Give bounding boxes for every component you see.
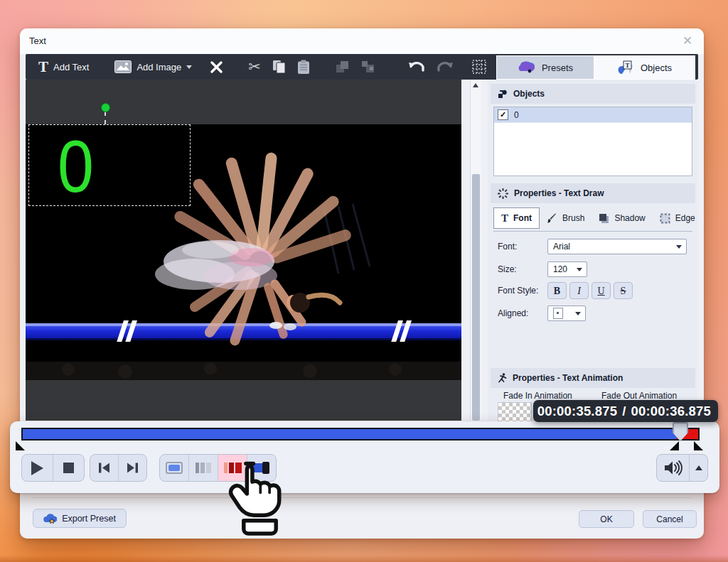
skip-end-button[interactable] — [119, 455, 146, 481]
divider — [493, 231, 692, 232]
align-center-icon — [553, 308, 563, 319]
gray-bars-icon — [196, 463, 211, 473]
rotation-handle[interactable] — [101, 103, 110, 112]
add-text-button[interactable]: T Add Text — [33, 56, 95, 77]
font-select[interactable]: Arial — [547, 239, 687, 254]
fade-out-label: Fade Out Animation — [601, 391, 677, 401]
skip-end-icon — [127, 463, 139, 473]
chevron-up-icon — [695, 465, 702, 470]
paste-icon — [297, 60, 310, 75]
preview-canvas[interactable]: 0 — [26, 80, 461, 421]
undo-button[interactable] — [402, 56, 431, 77]
scroll-up-icon[interactable] — [473, 83, 478, 87]
rotation-connector — [105, 112, 106, 124]
play-button[interactable] — [22, 455, 53, 481]
object-checkbox[interactable]: ✓ — [498, 109, 508, 120]
add-image-button[interactable]: Add Image — [109, 56, 198, 77]
size-select[interactable]: 120 — [547, 261, 587, 277]
toolbar: T Add Text Add Image ✂ — [26, 54, 698, 80]
bold-button[interactable]: B — [547, 282, 567, 299]
tab-font-label: Font — [513, 213, 532, 223]
grid-toggle-button[interactable] — [466, 56, 492, 77]
scrollbar-thumb[interactable] — [472, 174, 480, 421]
underline-button[interactable]: U — [592, 282, 611, 299]
tab-shadow-label: Shadow — [614, 213, 645, 223]
strikethrough-button[interactable]: S — [614, 282, 633, 299]
time-display: 00:00:35.875 / 00:00:36.875 — [533, 400, 718, 422]
cut-button[interactable]: ✂ — [242, 56, 267, 77]
volume-button[interactable] — [657, 455, 690, 481]
tab-brush[interactable]: Brush — [540, 207, 592, 229]
gray-bars-button[interactable] — [189, 455, 218, 481]
marker-end[interactable] — [694, 441, 703, 450]
export-preset-button[interactable]: Export Preset — [33, 509, 127, 528]
ok-button[interactable]: OK — [579, 510, 634, 528]
paste-button[interactable] — [291, 56, 316, 77]
delete-object-button[interactable] — [205, 56, 228, 77]
svg-text:T: T — [625, 62, 629, 69]
tab-font[interactable]: T Font — [493, 207, 540, 229]
objects-list[interactable]: ✓ 0 — [493, 107, 692, 176]
marker-selection-left[interactable] — [670, 441, 679, 450]
text-animation-section-title: Properties - Text Animation — [513, 373, 623, 383]
add-image-label: Add Image — [136, 62, 181, 72]
text-object[interactable]: 0 — [58, 128, 94, 205]
objects-section-title: Objects — [513, 89, 545, 99]
send-backward-button[interactable] — [355, 56, 381, 77]
text-object-selection[interactable]: 0 — [28, 124, 191, 206]
shadow-icon — [599, 213, 609, 224]
marker-start[interactable] — [16, 441, 25, 450]
end-region-button[interactable] — [247, 455, 276, 481]
time-current: 00:00:35.875 — [537, 404, 617, 419]
chevron-down-icon — [575, 312, 581, 315]
text-draw-section-title: Properties - Text Draw — [514, 188, 604, 198]
list-item[interactable]: ✓ 0 — [494, 107, 692, 123]
divider — [33, 497, 691, 498]
tab-presets-label: Presets — [542, 63, 573, 73]
send-backward-icon — [361, 60, 375, 73]
copy-button[interactable] — [267, 56, 291, 77]
fade-in-preview[interactable] — [498, 402, 532, 422]
object-label: 0 — [514, 110, 519, 120]
chevron-down-icon — [577, 268, 582, 271]
cancel-button[interactable]: Cancel — [643, 510, 697, 528]
italic-button[interactable]: I — [569, 282, 589, 299]
skip-start-button[interactable] — [90, 455, 119, 481]
transport-panel — [10, 421, 719, 493]
aligned-label: Aligned: — [498, 308, 528, 318]
running-person-icon — [498, 373, 507, 384]
dialog-title: Text — [29, 36, 46, 46]
volume-expand-button[interactable] — [690, 455, 707, 481]
text-icon: T — [38, 58, 48, 76]
properties-panel: Objects ✓ 0 Properties - Text D — [488, 80, 698, 421]
tab-edge[interactable]: Edge — [653, 207, 702, 229]
title-bar: Text ✕ — [20, 28, 704, 54]
redo-button[interactable] — [431, 56, 459, 77]
tab-objects-label: Objects — [641, 63, 672, 73]
text-animation-section-header: Properties - Text Animation — [491, 368, 695, 388]
cut-icon: ✂ — [248, 58, 261, 75]
preview-scrollbar[interactable] — [470, 80, 481, 421]
red-bars-icon — [224, 463, 242, 473]
chevron-down-icon — [186, 65, 192, 69]
edge-icon — [660, 213, 670, 224]
aligned-select[interactable] — [547, 306, 586, 321]
stop-button[interactable] — [53, 455, 84, 481]
tab-shadow[interactable]: Shadow — [592, 207, 652, 229]
gear-icon — [498, 188, 508, 199]
skip-start-icon — [98, 463, 110, 473]
time-separator: / — [622, 404, 626, 419]
loop-region-button[interactable] — [160, 455, 189, 481]
region-tools-group — [159, 454, 277, 482]
undo-icon — [408, 60, 425, 73]
size-label: Size: — [498, 264, 517, 274]
tab-objects[interactable]: T Objects — [594, 55, 695, 80]
timeline-track[interactable] — [21, 428, 700, 441]
bring-forward-button[interactable] — [330, 56, 355, 77]
play-icon — [31, 461, 43, 475]
fade-in-label: Fade In Animation — [503, 391, 572, 401]
grid-icon — [472, 60, 486, 74]
close-icon[interactable]: ✕ — [680, 33, 695, 49]
red-bars-button[interactable] — [218, 455, 247, 481]
tab-presets[interactable]: Presets — [496, 55, 594, 80]
